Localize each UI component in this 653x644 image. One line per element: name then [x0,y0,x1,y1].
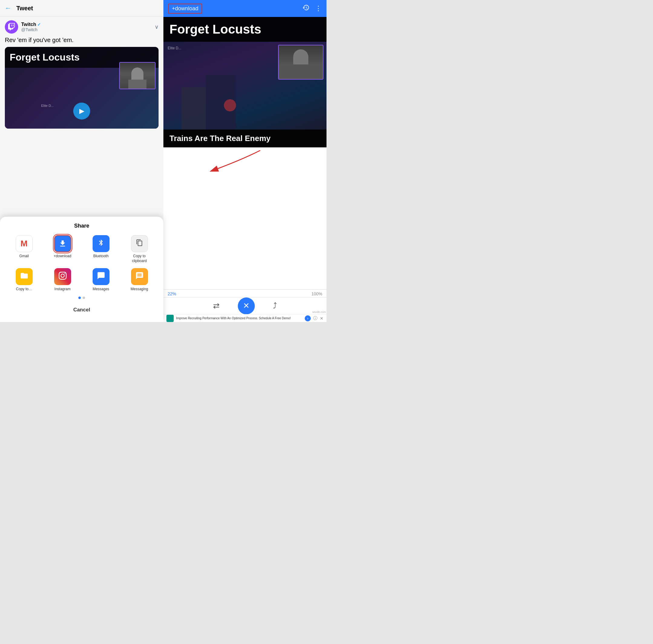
ad-info-icon[interactable]: ⓘ [313,316,317,321]
tweet-image[interactable]: Forget Locusts Elite D... ▶ [5,47,159,128]
instagram-icon [54,268,71,285]
tweet-user-info: Twitch ✓ @Twitch [5,20,41,33]
ad-banner: Improve Recruiting Performance With An O… [163,314,326,322]
avatar [5,20,18,33]
share-item-clipboard[interactable]: Copy to clipboard [127,235,152,263]
share-item-label: Bluetooth [93,254,108,259]
progress-bar-area: 22% 100% [163,289,326,298]
tweet-user-names: Twitch ✓ @Twitch [21,22,41,32]
share-item-copy-to[interactable]: Copy to… [12,268,36,292]
share-row-1: M Gmail +download [5,235,159,263]
right-panel: +download ⋮ Forget Locusts [163,0,326,322]
dot-2 [82,296,85,299]
share-sheet: Share M Gmail +download [0,217,163,322]
left-panel: ← Tweet Twitch ✓ @Twitch [0,0,163,322]
back-button[interactable]: ← [5,4,11,12]
share-item-label: Messages [93,287,109,292]
chevron-down-icon[interactable]: ∨ [154,24,159,30]
elite-text-right: Elite D... [168,46,181,50]
share-item-messaging[interactable]: Messaging [127,268,152,292]
history-icon[interactable] [302,4,310,13]
gmail-icon: M [16,235,33,252]
page-dots [5,296,159,299]
share-item-label: +download [53,254,71,259]
ad-close-icon[interactable]: ✕ [320,316,323,321]
bluetooth-icon [93,235,110,252]
verified-badge: ✓ [37,22,41,27]
streamer-cam [119,62,155,89]
header-icons: ⋮ [302,4,322,13]
play-button[interactable]: ▶ [73,102,90,120]
messaging-icon [131,268,148,285]
right-game-scene: Elite D... [163,42,326,129]
share-item-messages[interactable]: Messages [89,268,113,292]
ad-arrow-button[interactable]: › [305,315,311,321]
right-content: Forget Locusts Elite D... [163,17,326,322]
dot-1 [78,296,81,299]
share-item-label: Messaging [130,287,148,292]
share-item-label: Gmail [19,254,29,259]
repeat-button[interactable]: ⇄ [213,301,220,310]
red-arrow [194,147,285,172]
ad-text: Improve Recruiting Performance With An O… [176,316,302,320]
copy-to-icon [16,268,33,285]
share-item-gmail[interactable]: M Gmail [12,235,36,263]
right-hero-image: Forget Locusts Elite D... [163,17,326,147]
progress-right: 100% [311,291,322,296]
display-name: Twitch ✓ [21,22,41,27]
app-title: +download [168,4,202,14]
share-item-label: Instagram [54,287,71,292]
share-title: Share [5,223,159,229]
right-streamer-cam [278,45,323,79]
cam-inner [279,45,323,79]
tweet-text: Rev 'em if you've got 'em. [5,36,159,44]
annotation-area [163,147,326,172]
share-row-2: Copy to… Instagram [5,268,159,292]
streamer-face [120,63,155,89]
right-image-title: Forget Locusts [163,17,326,42]
elite-text: Elite D... [41,104,54,108]
share-button[interactable]: ⤴ [273,301,277,310]
tweet-user-row: Twitch ✓ @Twitch ∨ [5,20,159,33]
right-header: +download ⋮ [163,0,326,17]
messages-icon [93,268,110,285]
share-item-instagram[interactable]: Instagram [51,268,75,292]
download-icon [54,235,71,252]
more-options-icon[interactable]: ⋮ [315,4,322,13]
wsxdn-badge: wsxdn.com [312,310,326,313]
tweet-handle: @Twitch [21,27,41,32]
tweet-header: ← Tweet [0,0,163,17]
ad-icon [166,315,174,322]
bottom-controls: ⇄ ✕ ⤴ [163,297,326,314]
clipboard-icon [131,235,148,252]
cancel-button[interactable]: Cancel [5,303,159,317]
share-item-download[interactable]: +download [51,235,75,263]
share-item-label: Copy to clipboard [127,254,152,263]
page-title: Tweet [16,5,33,12]
share-item-bluetooth[interactable]: Bluetooth [89,235,113,263]
tweet-content: Twitch ✓ @Twitch ∨ Rev 'em if you've got… [0,17,163,132]
close-button[interactable]: ✕ [238,297,255,314]
right-subtitle: Trains Are The Real Enemy [163,129,326,147]
share-item-label: Copy to… [16,287,32,292]
progress-left: 22% [168,291,176,296]
